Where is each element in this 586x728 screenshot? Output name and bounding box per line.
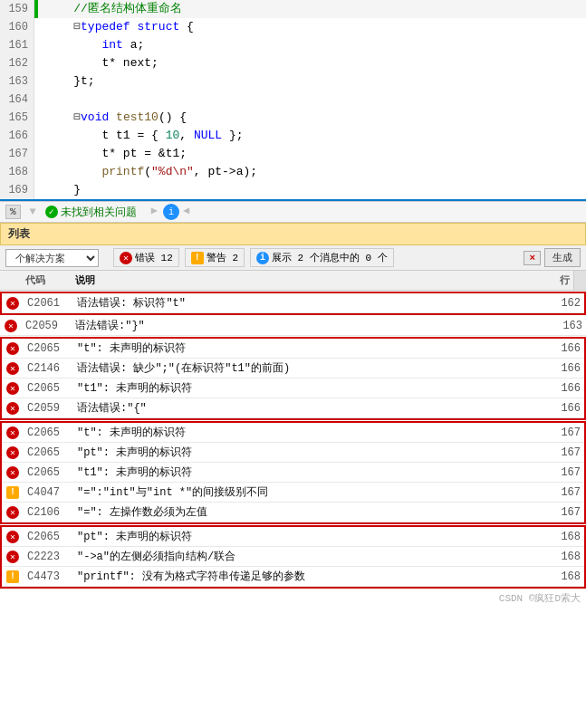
warning-row-icon: ! [2, 570, 24, 583]
error-line: 166 [539, 360, 584, 377]
table-row[interactable]: ✕C2065"t": 未声明的标识符167 [2, 423, 584, 443]
info-badge[interactable]: i 展示 2 个消息中的 0 个 [250, 248, 394, 267]
error-icon-small: ✕ [6, 506, 19, 519]
error-group: ✕C2065"pt": 未声明的标识符168✕C2223"->a"的左侧必须指向… [0, 525, 586, 589]
line-number: 167 [0, 145, 34, 163]
table-row[interactable]: ✕C2065"t1": 未声明的标识符167 [2, 463, 584, 483]
zoom-percent[interactable]: % [5, 205, 21, 219]
warning-badge[interactable]: ! 警告 2 [185, 248, 245, 267]
code-content: ⊟typedef struct { [38, 18, 586, 36]
table-row[interactable]: ✕C2146语法错误: 缺少";"(在标识符"t1"的前面)166 [2, 359, 584, 378]
error-code: C4047 [24, 484, 73, 501]
table-row[interactable]: !C4047"=":"int"与"int *"的间接级别不同167 [2, 483, 584, 503]
line-number: 163 [0, 72, 34, 91]
error-row-icon: ✕ [2, 362, 24, 375]
table-row[interactable]: ✕C2065"pt": 未声明的标识符168 [2, 527, 584, 547]
error-icon-small: ✕ [6, 297, 19, 310]
table-row[interactable]: ✕C2065"t1": 未声明的标识符166 [2, 378, 584, 398]
warning-icon-small: ! [6, 570, 19, 583]
code-line: 166 t t1 = { 10, NULL }; [0, 127, 586, 145]
error-icon-small: ✕ [5, 320, 17, 332]
error-description: 语法错误: 缺少";"(在标识符"t1"的前面) [73, 359, 539, 378]
error-toolbar: 个解决方案 ✕ 错误 12 ! 警告 2 i 展示 2 个消息中的 0 个 × … [0, 245, 586, 271]
col-desc-header: 说明 [72, 271, 528, 290]
table-row[interactable]: ✕C2061语法错误: 标识符"t"162 [2, 293, 584, 313]
status-ok-text: 未找到相关问题 [61, 205, 137, 220]
error-group: ✕C2065"t": 未声明的标识符167✕C2065"pt": 未声明的标识符… [0, 421, 586, 524]
code-content: t* pt = &t1; [38, 145, 586, 163]
info-icon[interactable]: i [163, 204, 179, 220]
error-line: 168 [539, 529, 584, 545]
code-content: t t1 = { 10, NULL }; [38, 127, 586, 145]
error-description: "t": 未声明的标识符 [73, 339, 539, 358]
warning-icon: ! [191, 252, 204, 264]
status-ok: ✓ 未找到相关问题 [45, 205, 137, 220]
info-badge-icon: i [256, 252, 269, 264]
ok-icon: ✓ [45, 206, 58, 218]
error-line: 168 [539, 569, 584, 585]
error-icon-small: ✕ [6, 382, 19, 395]
code-line: 165 ⊟void test10() { [0, 109, 586, 127]
error-code: C2065 [24, 445, 73, 461]
error-icon-small: ✕ [6, 466, 19, 479]
table-row[interactable]: !C4473"printf": 没有为格式字符串传递足够的参数168 [2, 567, 584, 587]
code-content: int a; [38, 36, 586, 54]
error-row-icon: ✕ [2, 297, 24, 310]
code-content: t* next; [38, 54, 586, 72]
error-row-icon: ✕ [2, 402, 24, 415]
error-row-icon: ✕ [2, 342, 24, 355]
error-code: C2065 [24, 380, 73, 397]
warning-badge-text: 警告 2 [207, 251, 238, 264]
watermark: CSDN ©疯狂D索大 [0, 589, 586, 607]
error-rows-container: ✕C2061语法错误: 标识符"t"162✕C2059语法错误:"}"163✕C… [0, 292, 586, 589]
error-code: C2061 [24, 295, 73, 311]
code-line: 168 printf("%d\n", pt->a); [0, 163, 586, 181]
warning-row-icon: ! [2, 486, 24, 499]
error-code: C2106 [24, 504, 73, 521]
code-line: 159 //匿名结构体重命名 [0, 0, 586, 18]
table-row[interactable]: ✕C2059语法错误:"{"166 [2, 398, 584, 418]
error-row-icon: ✕ [2, 446, 24, 459]
error-row-icon: ✕ [2, 466, 24, 479]
clear-errors-button[interactable]: × [524, 251, 541, 265]
line-number: 164 [0, 91, 34, 109]
line-number: 159 [0, 0, 34, 18]
table-row[interactable]: ✕C2065"pt": 未声明的标识符167 [2, 443, 584, 463]
error-description: "pt": 未声明的标识符 [73, 527, 539, 546]
table-row[interactable]: ✕C2065"t": 未声明的标识符166 [2, 339, 584, 359]
code-line: 161 int a; [0, 36, 586, 54]
error-line: 166 [539, 380, 584, 397]
code-line: 167 t* pt = &t1; [0, 145, 586, 163]
line-number: 162 [0, 54, 34, 72]
table-row[interactable]: ✕C2223"->a"的左侧必须指向结构/联合168 [2, 547, 584, 567]
info-badge-text: 展示 2 个消息中的 0 个 [272, 251, 388, 264]
table-row[interactable]: ✕C2106"=": 左操作数必须为左值167 [2, 503, 584, 522]
error-code: C2146 [24, 360, 73, 377]
col-icon-header [0, 271, 22, 290]
error-line: 163 [541, 318, 586, 334]
error-panel-header-text: 列表 [8, 228, 30, 241]
code-content: //匿名结构体重命名 [38, 0, 586, 18]
error-line: 166 [539, 400, 584, 417]
error-description: 语法错误: 标识符"t" [73, 293, 539, 312]
error-description: "t": 未声明的标识符 [73, 423, 539, 442]
error-icon-small: ✕ [6, 446, 19, 459]
col-code-header: 代码 [22, 271, 72, 290]
error-description: "pt": 未声明的标识符 [73, 443, 539, 462]
solution-dropdown[interactable]: 个解决方案 [5, 249, 99, 267]
code-content: printf("%d\n", pt->a); [38, 163, 586, 181]
watermark-text: CSDN ©疯狂D索大 [499, 593, 581, 604]
code-line: 160 ⊟typedef struct { [0, 18, 586, 36]
line-number: 165 [0, 109, 34, 127]
code-content: ⊟void test10() { [38, 109, 586, 127]
line-number: 169 [0, 181, 34, 199]
error-description: "->a"的左侧必须指向结构/联合 [73, 547, 539, 566]
error-badge[interactable]: ✕ 错误 12 [113, 248, 179, 267]
error-line: 166 [539, 340, 584, 357]
error-row-icon: ✕ [2, 382, 24, 395]
generate-button[interactable]: 生成 [544, 248, 581, 267]
table-row[interactable]: ✕C2059语法错误:"}"163 [0, 316, 586, 336]
line-number: 166 [0, 127, 34, 145]
error-line: 167 [539, 445, 584, 461]
warning-icon-small: ! [6, 486, 19, 499]
